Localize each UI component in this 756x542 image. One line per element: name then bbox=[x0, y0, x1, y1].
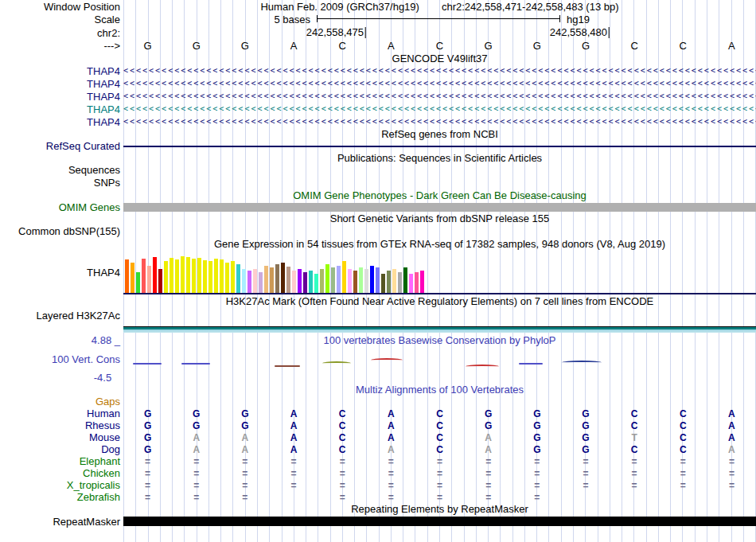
gtex-tissue-bar[interactable] bbox=[359, 267, 363, 293]
gtex-tissue-bar[interactable] bbox=[381, 274, 385, 293]
gtex-tissue-bar[interactable] bbox=[153, 257, 157, 293]
gtex-tissue-bar[interactable] bbox=[158, 269, 162, 293]
gtex-tissue-bar[interactable] bbox=[314, 274, 318, 293]
multiz-alignment-cells[interactable]: GAAACACAGGTCA bbox=[123, 431, 756, 443]
multiz-alignment-cells[interactable]: ============= bbox=[123, 467, 756, 479]
gtex-tissue-bar[interactable] bbox=[403, 267, 407, 293]
gtex-tissue-bar[interactable] bbox=[353, 271, 357, 293]
gtex-tissue-bar[interactable] bbox=[309, 271, 313, 293]
multiz-alignment-cells[interactable]: ============= bbox=[123, 455, 756, 467]
gtex-tissue-bar[interactable] bbox=[298, 269, 302, 293]
gencode-header[interactable]: GENCODE V49lift37 bbox=[123, 52, 756, 64]
multiz-alignment-cells[interactable]: GGGACACGGGCCA bbox=[123, 419, 756, 431]
gtex-tissue-bar[interactable] bbox=[325, 264, 329, 293]
gtex-tissue-bar[interactable] bbox=[225, 263, 229, 293]
multiz-species-label[interactable]: X_tropicalis bbox=[0, 479, 123, 491]
h3k27ac-track[interactable] bbox=[123, 307, 756, 333]
gene-label[interactable]: THAP4 bbox=[0, 115, 123, 128]
gtex-tissue-bar[interactable] bbox=[231, 261, 235, 293]
gtex-chart[interactable] bbox=[123, 250, 756, 294]
repeats-header[interactable]: Repeating Elements by RepeatMasker bbox=[123, 503, 756, 515]
gtex-tissue-bar[interactable] bbox=[264, 266, 268, 293]
gene-label[interactable]: THAP4 bbox=[0, 64, 123, 77]
refseq-curated-track[interactable] bbox=[123, 140, 756, 152]
gtex-tissue-bar[interactable] bbox=[170, 258, 173, 293]
gene-intron-arrows[interactable]: <<<<<<<<<<<<<<<<<<<<<<<<<<<<<<<<<<<<<<<<… bbox=[123, 103, 756, 115]
phylop-chart[interactable] bbox=[123, 346, 756, 372]
dbsnp-label[interactable]: Common dbSNP(155) bbox=[0, 224, 123, 237]
gtex-tissue-bar[interactable] bbox=[186, 257, 190, 293]
gtex-header[interactable]: Gene Expression in 54 tissues from GTEx … bbox=[123, 237, 756, 250]
gtex-tissue-bar[interactable] bbox=[247, 271, 251, 293]
gtex-tissue-bar[interactable] bbox=[220, 259, 224, 293]
gtex-tissue-bar[interactable] bbox=[270, 267, 274, 293]
multiz-species-label[interactable]: Human bbox=[0, 407, 123, 419]
gtex-tissue-bar[interactable] bbox=[131, 263, 134, 293]
gtex-tissue-bar[interactable] bbox=[387, 271, 391, 293]
phylop-track-label[interactable]: 100 Vert. Cons bbox=[0, 346, 123, 372]
gtex-tissue-bar[interactable] bbox=[275, 264, 279, 293]
gene-intron-arrows[interactable]: <<<<<<<<<<<<<<<<<<<<<<<<<<<<<<<<<<<<<<<<… bbox=[123, 77, 756, 90]
multiz-species-label[interactable]: Gaps bbox=[0, 396, 123, 407]
gtex-tissue-bar[interactable] bbox=[337, 266, 341, 293]
snps-track-area[interactable] bbox=[123, 176, 756, 189]
gtex-tissue-bar[interactable] bbox=[398, 272, 402, 293]
gtex-tissue-bar[interactable] bbox=[281, 263, 285, 293]
gene-label[interactable]: THAP4 bbox=[0, 77, 123, 90]
multiz-alignment-cells[interactable]: ======== bbox=[123, 491, 756, 503]
gtex-gene-label[interactable]: THAP4 bbox=[0, 250, 123, 294]
gtex-tissue-bar[interactable] bbox=[348, 269, 352, 293]
gtex-tissue-bar[interactable] bbox=[331, 267, 335, 293]
gene-intron-arrows[interactable]: <<<<<<<<<<<<<<<<<<<<<<<<<<<<<<<<<<<<<<<<… bbox=[123, 115, 756, 128]
gtex-tissue-bar[interactable] bbox=[175, 259, 179, 293]
refseq-header[interactable]: RefSeq genes from NCBI bbox=[123, 128, 756, 140]
phylop-header[interactable]: 100 vertebrates Basewise Conservation by… bbox=[123, 333, 756, 346]
gtex-tissue-bar[interactable] bbox=[303, 272, 307, 293]
gtex-tissue-bar[interactable] bbox=[286, 267, 290, 293]
gene-intron-arrows[interactable]: <<<<<<<<<<<<<<<<<<<<<<<<<<<<<<<<<<<<<<<<… bbox=[123, 90, 756, 103]
repeatmasker-label[interactable]: RepeatMasker bbox=[0, 515, 123, 528]
gtex-tissue-bar[interactable] bbox=[136, 272, 140, 293]
gtex-tissue-bar[interactable] bbox=[164, 261, 168, 293]
gtex-tissue-bar[interactable] bbox=[197, 258, 201, 293]
gtex-tissue-bar[interactable] bbox=[214, 259, 218, 293]
gtex-tissue-bar[interactable] bbox=[320, 269, 324, 293]
omim-header[interactable]: OMIM Gene Phenotypes - Dark Green Can Be… bbox=[123, 189, 756, 201]
multiz-alignment-cells[interactable]: ============= bbox=[123, 479, 756, 491]
multiz-species-label[interactable]: Dog bbox=[0, 443, 123, 455]
gtex-tissue-bar[interactable] bbox=[147, 266, 151, 293]
encode-header[interactable]: H3K27Ac Mark (Often Found Near Active Re… bbox=[123, 294, 756, 307]
gtex-tissue-bar[interactable] bbox=[292, 271, 296, 293]
multiz-species-label[interactable]: Mouse bbox=[0, 431, 123, 443]
snps-label[interactable]: SNPs bbox=[0, 176, 123, 189]
gtex-tissue-bar[interactable] bbox=[392, 269, 396, 293]
gtex-tissue-bar[interactable] bbox=[181, 256, 185, 293]
gtex-tissue-bar[interactable] bbox=[409, 274, 413, 293]
multiz-alignment-cells[interactable] bbox=[123, 396, 756, 407]
gtex-tissue-bar[interactable] bbox=[364, 269, 368, 293]
multiz-header[interactable]: Multiz Alignments of 100 Vertebrates bbox=[123, 383, 756, 396]
multiz-alignment-cells[interactable]: GGGACACGGGCCA bbox=[123, 407, 756, 419]
gene-intron-arrows[interactable]: <<<<<<<<<<<<<<<<<<<<<<<<<<<<<<<<<<<<<<<<… bbox=[123, 64, 756, 77]
multiz-species-label[interactable]: Rhesus bbox=[0, 419, 123, 431]
multiz-species-label[interactable]: Elephant bbox=[0, 455, 123, 467]
multiz-alignment-cells[interactable]: GAAACACAGGCCA bbox=[123, 443, 756, 455]
refseq-curated-label[interactable]: RefSeq Curated bbox=[0, 140, 123, 152]
gtex-tissue-bar[interactable] bbox=[208, 261, 212, 293]
sequences-label[interactable]: Sequences bbox=[0, 164, 123, 176]
repeatmasker-track[interactable] bbox=[123, 515, 756, 528]
multiz-species-label[interactable]: Zebrafish bbox=[0, 491, 123, 503]
gtex-tissue-bar[interactable] bbox=[420, 271, 424, 293]
h3k27ac-label[interactable]: Layered H3K27Ac bbox=[0, 307, 123, 333]
gene-label[interactable]: THAP4 bbox=[0, 103, 123, 115]
gtex-tissue-bar[interactable] bbox=[236, 264, 240, 293]
sequences-track-area[interactable] bbox=[123, 164, 756, 176]
omim-genes-label[interactable]: OMIM Genes bbox=[0, 201, 123, 213]
gtex-tissue-bar[interactable] bbox=[253, 269, 257, 293]
dbsnp-header[interactable]: Short Genetic Variants from dbSNP releas… bbox=[123, 213, 756, 224]
gtex-tissue-bar[interactable] bbox=[125, 259, 129, 293]
gene-label[interactable]: THAP4 bbox=[0, 90, 123, 103]
multiz-species-label[interactable]: Chicken bbox=[0, 467, 123, 479]
gtex-tissue-bar[interactable] bbox=[203, 260, 207, 293]
gtex-tissue-bar[interactable] bbox=[376, 267, 380, 293]
